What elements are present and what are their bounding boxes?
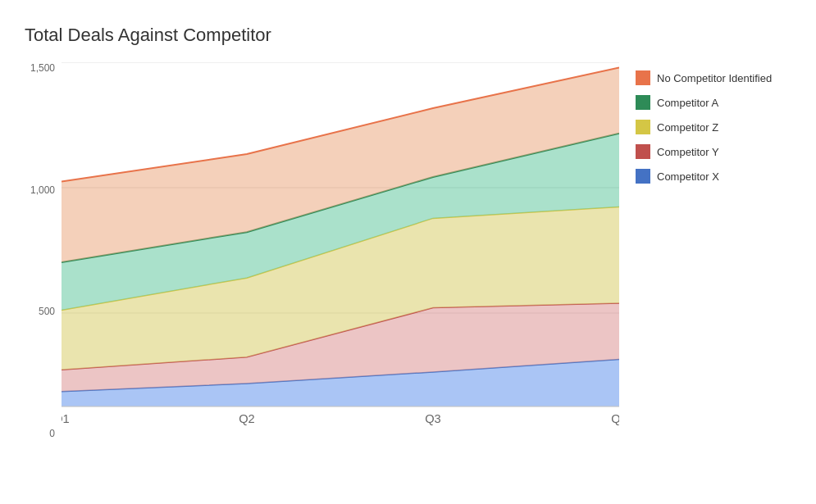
y-label-1000: 1,000 bbox=[30, 184, 55, 196]
chart-left: 1,500 1,000 500 0 bbox=[16, 62, 619, 464]
legend-label-competitor-x: Competitor X bbox=[657, 170, 719, 183]
legend-item-competitor-z: Competitor Z bbox=[636, 120, 800, 134]
y-axis: 1,500 1,000 500 0 bbox=[16, 62, 62, 464]
y-label-0: 0 bbox=[49, 428, 55, 439]
x-label-q1: Q1 bbox=[62, 412, 70, 425]
chart-svg: Q1 Q2 Q3 Q4 bbox=[62, 62, 619, 439]
legend-item-competitor-y: Competitor Y bbox=[636, 144, 800, 159]
y-label-500: 500 bbox=[39, 306, 55, 317]
legend-item-competitor-x: Competitor X bbox=[636, 169, 800, 184]
legend-color-competitor-x bbox=[636, 169, 650, 184]
legend-label-competitor-y: Competitor Y bbox=[657, 146, 719, 158]
chart-legend: No Competitor Identified Competitor A Co… bbox=[619, 62, 800, 464]
legend-color-competitor-z bbox=[636, 120, 650, 134]
plot-area: Q1 Q2 Q3 Q4 bbox=[62, 62, 619, 464]
legend-label-competitor-a: Competitor A bbox=[657, 97, 718, 109]
x-label-q4: Q4 bbox=[611, 412, 619, 425]
legend-item-no-competitor: No Competitor Identified bbox=[636, 70, 800, 85]
chart-area: 1,500 1,000 500 0 bbox=[16, 62, 800, 464]
x-label-q2: Q2 bbox=[239, 412, 255, 425]
x-label-q3: Q3 bbox=[425, 412, 441, 425]
legend-label-no-competitor: No Competitor Identified bbox=[657, 72, 772, 84]
legend-color-competitor-a bbox=[636, 95, 650, 110]
legend-item-competitor-a: Competitor A bbox=[636, 95, 800, 110]
chart-title: Total Deals Against Competitor bbox=[25, 25, 800, 46]
legend-color-no-competitor bbox=[636, 70, 650, 85]
legend-label-competitor-z: Competitor Z bbox=[657, 121, 718, 134]
chart-container: Total Deals Against Competitor 1,500 1,0… bbox=[0, 0, 816, 504]
y-label-1500: 1,500 bbox=[30, 62, 55, 74]
legend-color-competitor-y bbox=[636, 144, 650, 159]
